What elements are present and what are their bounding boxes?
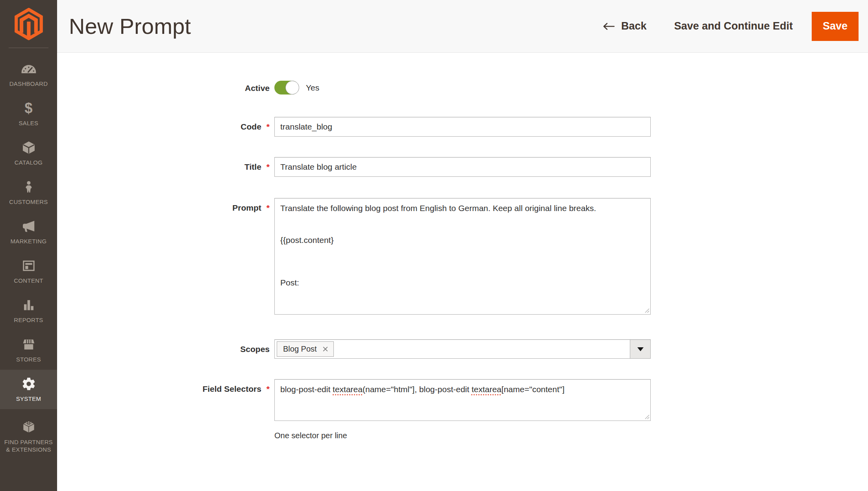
required-asterisk: *	[267, 122, 270, 132]
form-row-active: Active Yes	[57, 81, 868, 94]
selector-text-misspelled: textarea	[472, 385, 502, 394]
gear-icon	[21, 377, 36, 391]
scopes-label: Scopes	[240, 345, 270, 354]
sidebar-item-reports[interactable]: REPORTS	[0, 291, 57, 330]
sidebar-item-label: REPORTS	[14, 316, 43, 324]
scopes-dropdown-button[interactable]	[630, 340, 650, 358]
bar-chart-icon	[22, 298, 36, 312]
code-label: Code	[241, 122, 261, 132]
magento-logo-icon	[14, 8, 43, 40]
storefront-icon	[21, 337, 36, 352]
magento-admin-page: DASHBOARD SALES CATALOG	[0, 0, 868, 491]
code-input[interactable]	[274, 117, 651, 137]
back-arrow-icon	[602, 22, 615, 31]
sidebar-item-label: FIND PARTNERS & EXTENSIONS	[4, 438, 54, 453]
form-row-field-selectors: Field Selectors * blog-post-edit textare…	[57, 379, 868, 421]
title-input[interactable]	[274, 157, 651, 177]
sidebar-item-label: SYSTEM	[16, 395, 41, 402]
sidebar-item-sales[interactable]: SALES	[0, 94, 57, 133]
scopes-multiselect[interactable]: Blog Post	[274, 339, 651, 359]
title-label: Title	[244, 162, 261, 172]
sidebar-item-label: STORES	[16, 356, 41, 363]
sidebar-item-stores[interactable]: STORES	[0, 330, 57, 370]
form-row-code: Code *	[57, 117, 868, 137]
active-toggle[interactable]	[274, 81, 299, 94]
layout-icon	[22, 259, 36, 273]
back-button[interactable]: Back	[602, 20, 647, 32]
form-row-prompt: Prompt * Translate the following blog po…	[57, 198, 868, 315]
brick-icon	[21, 420, 36, 434]
save-and-continue-button[interactable]: Save and Continue Edit	[674, 20, 793, 32]
required-asterisk: *	[267, 162, 270, 172]
toggle-knob	[285, 81, 299, 94]
chevron-down-icon	[637, 347, 644, 351]
required-asterisk: *	[267, 203, 270, 213]
prompt-textarea[interactable]: Translate the following blog post from E…	[274, 198, 651, 315]
save-button[interactable]: Save	[812, 12, 859, 41]
sidebar-item-find-partners[interactable]: FIND PARTNERS & EXTENSIONS	[0, 409, 57, 464]
selector-text-misspelled: textarea	[333, 385, 363, 394]
scope-tag-label: Blog Post	[283, 345, 317, 354]
back-label: Back	[621, 20, 647, 32]
sidebar-item-label: CATALOG	[15, 159, 43, 166]
form-content: Active Yes Code *	[57, 53, 868, 440]
sidebar-item-label: MARKETING	[11, 237, 47, 245]
remove-tag-icon[interactable]	[322, 346, 328, 352]
form-row-scopes: Scopes Blog Post	[57, 339, 868, 359]
page-title: New Prompt	[69, 13, 191, 39]
selector-text: [name="content"]	[502, 385, 564, 394]
sidebar-item-content[interactable]: CONTENT	[0, 252, 57, 291]
sidebar-item-label: SALES	[19, 119, 39, 127]
box-icon	[22, 141, 36, 155]
active-toggle-state: Yes	[306, 83, 319, 93]
selector-text: blog-post-edit	[280, 385, 333, 394]
sidebar-item-dashboard[interactable]: DASHBOARD	[0, 55, 57, 94]
prompt-label: Prompt	[232, 203, 261, 213]
sidebar-item-customers[interactable]: CUSTOMERS	[0, 173, 57, 212]
form-row-title: Title *	[57, 157, 868, 177]
selector-text: (name="html"], blog-post-edit	[363, 385, 472, 394]
sidebar-item-marketing[interactable]: MARKETING	[0, 212, 57, 252]
magento-logo[interactable]	[0, 0, 57, 48]
field-selectors-label: Field Selectors	[202, 384, 261, 394]
megaphone-icon	[21, 219, 36, 233]
sidebar-nav: DASHBOARD SALES CATALOG	[0, 48, 57, 464]
sidebar-item-system[interactable]: SYSTEM	[0, 370, 57, 409]
sidebar-item-catalog[interactable]: CATALOG	[0, 133, 57, 173]
page-header: New Prompt Back Save and Continue Edit S…	[57, 0, 868, 53]
main-area: New Prompt Back Save and Continue Edit S…	[57, 0, 868, 491]
required-asterisk: *	[267, 384, 270, 394]
field-selectors-textarea[interactable]: blog-post-edit textarea(name="html"], bl…	[274, 379, 651, 421]
sidebar: DASHBOARD SALES CATALOG	[0, 0, 57, 491]
scope-tag: Blog Post	[277, 341, 334, 357]
dollar-icon	[24, 101, 32, 115]
sidebar-item-label: CUSTOMERS	[9, 198, 48, 206]
sidebar-item-label: DASHBOARD	[9, 80, 48, 87]
active-label: Active	[245, 83, 270, 93]
field-selectors-note: One selector per line	[274, 431, 868, 440]
sidebar-item-label: CONTENT	[14, 277, 43, 284]
person-icon	[22, 180, 35, 194]
gauge-icon	[21, 62, 37, 76]
